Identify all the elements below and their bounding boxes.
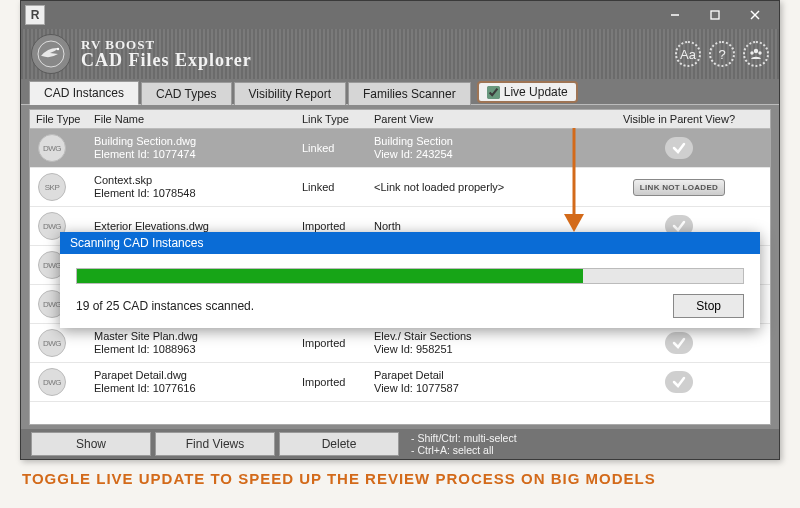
- view-id: View Id: 1077587: [374, 382, 582, 395]
- app-icon: R: [25, 5, 45, 25]
- live-update-label: Live Update: [504, 85, 568, 99]
- col-file-name[interactable]: File Name: [88, 110, 296, 128]
- visible-check-icon: [665, 332, 693, 354]
- element-id: Element Id: 1077616: [94, 382, 290, 395]
- live-update-checkbox[interactable]: [487, 86, 500, 99]
- app-logo: [31, 34, 71, 74]
- hint-select-all: - Ctrl+A: select all: [411, 444, 769, 456]
- link-type: Linked: [296, 139, 368, 157]
- scan-dialog-title: Scanning CAD Instances: [60, 232, 760, 254]
- svg-point-7: [750, 51, 753, 54]
- table-row[interactable]: DWGMaster Site Plan.dwgElement Id: 10889…: [30, 324, 770, 363]
- app-title-line2: CAD Files Explorer: [81, 51, 252, 70]
- tab-visibility-report[interactable]: Visibility Report: [234, 82, 346, 105]
- font-settings-button[interactable]: Aa: [675, 41, 701, 67]
- dwg-file-icon: DWG: [38, 134, 66, 162]
- find-views-button[interactable]: Find Views: [155, 432, 275, 456]
- titlebar: R: [21, 1, 779, 29]
- tab-row: CAD Instances CAD Types Visibility Repor…: [21, 79, 779, 105]
- maximize-button[interactable]: [695, 1, 735, 29]
- table-header: File Type File Name Link Type Parent Vie…: [30, 110, 770, 129]
- parent-view: North: [374, 220, 582, 233]
- file-name: Parapet Detail.dwg: [94, 369, 290, 382]
- close-button[interactable]: [735, 1, 775, 29]
- eagle-icon: [36, 39, 66, 69]
- app-titles: RV BOOST CAD Files Explorer: [81, 38, 252, 71]
- table-row[interactable]: DWGBuilding Section.dwgElement Id: 10774…: [30, 129, 770, 168]
- close-icon: [749, 9, 761, 21]
- element-id: Element Id: 1077474: [94, 148, 290, 161]
- col-file-type[interactable]: File Type: [30, 110, 88, 128]
- minimize-icon: [669, 9, 681, 21]
- tab-cad-instances[interactable]: CAD Instances: [29, 81, 139, 105]
- parent-view: Elev./ Stair Sections: [374, 330, 582, 343]
- status-hints: - Shift/Ctrl: multi-select - Ctrl+A: sel…: [403, 429, 769, 459]
- show-button[interactable]: Show: [31, 432, 151, 456]
- progress-bar-fill: [77, 269, 583, 283]
- parent-view: Building Section: [374, 135, 582, 148]
- svg-point-6: [754, 49, 758, 53]
- view-id: View Id: 243254: [374, 148, 582, 161]
- header-band: RV BOOST CAD Files Explorer Aa ?: [21, 29, 779, 79]
- users-icon: [748, 46, 764, 62]
- file-name: Exterior Elevations.dwg: [94, 220, 290, 233]
- table-row[interactable]: SKPContext.skpElement Id: 1078548Linked<…: [30, 168, 770, 207]
- progress-bar: [76, 268, 744, 284]
- svg-point-8: [758, 51, 761, 54]
- scan-dialog: Scanning CAD Instances 19 of 25 CAD inst…: [60, 232, 760, 328]
- col-link-type[interactable]: Link Type: [296, 110, 368, 128]
- file-name: Building Section.dwg: [94, 135, 290, 148]
- svg-rect-1: [711, 11, 719, 19]
- visible-check-icon: [665, 371, 693, 393]
- view-id: View Id: 958251: [374, 343, 582, 356]
- parent-view: <Link not loaded properly>: [374, 181, 582, 194]
- file-name: Context.skp: [94, 174, 290, 187]
- visible-check-icon: [665, 137, 693, 159]
- tab-cad-types[interactable]: CAD Types: [141, 82, 231, 105]
- app-window: R RV BOOST CAD Files Explorer Aa ?: [20, 0, 780, 460]
- col-parent-view[interactable]: Parent View: [368, 110, 588, 128]
- col-visible[interactable]: Visible in Parent View?: [588, 110, 770, 128]
- link-not-loaded-badge: LINK NOT LOADED: [633, 179, 725, 196]
- link-type: Linked: [296, 178, 368, 196]
- dwg-file-icon: DWG: [38, 368, 66, 396]
- users-button[interactable]: [743, 41, 769, 67]
- tab-families-scanner[interactable]: Families Scanner: [348, 82, 471, 105]
- file-name: Master Site Plan.dwg: [94, 330, 290, 343]
- hint-multi-select: - Shift/Ctrl: multi-select: [411, 432, 769, 444]
- stop-button[interactable]: Stop: [673, 294, 744, 318]
- parent-view: Parapet Detail: [374, 369, 582, 382]
- link-type: Imported: [296, 373, 368, 391]
- bottom-bar: Show Find Views Delete - Shift/Ctrl: mul…: [21, 429, 779, 459]
- minimize-button[interactable]: [655, 1, 695, 29]
- help-icon: ?: [718, 47, 725, 62]
- link-type: Imported: [296, 334, 368, 352]
- scan-status-text: 19 of 25 CAD instances scanned.: [76, 299, 254, 313]
- live-update-toggle[interactable]: Live Update: [477, 81, 578, 103]
- delete-button[interactable]: Delete: [279, 432, 399, 456]
- maximize-icon: [709, 9, 721, 21]
- help-button[interactable]: ?: [709, 41, 735, 67]
- element-id: Element Id: 1088963: [94, 343, 290, 356]
- skp-file-icon: SKP: [38, 173, 66, 201]
- annotation-caption: TOGGLE LIVE UPDATE TO SPEED UP THE REVIE…: [22, 470, 656, 487]
- element-id: Element Id: 1078548: [94, 187, 290, 200]
- font-icon: Aa: [680, 47, 696, 62]
- svg-point-5: [57, 48, 59, 50]
- app-title-line1: RV BOOST: [81, 38, 252, 52]
- dwg-file-icon: DWG: [38, 329, 66, 357]
- table-row[interactable]: DWGParapet Detail.dwgElement Id: 1077616…: [30, 363, 770, 402]
